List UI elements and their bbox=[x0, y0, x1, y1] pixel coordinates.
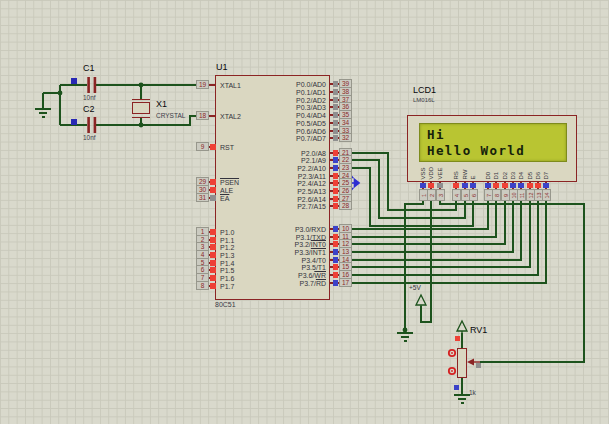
u1-part-label[interactable]: 80C51 bbox=[215, 301, 236, 308]
mcu-pin-39-state-indicator bbox=[333, 81, 339, 87]
u1-ref-label[interactable]: U1 bbox=[216, 62, 228, 72]
lcd-pin-6-state-indicator bbox=[470, 183, 476, 189]
lcd1-part-label[interactable]: LM016L bbox=[413, 97, 435, 103]
mcu-pin-36-state-indicator bbox=[333, 104, 339, 110]
mcu-pin-13-state-indicator bbox=[333, 249, 339, 255]
x1-value-label[interactable]: CRYSTAL bbox=[156, 112, 185, 119]
mcu-pin-7-state-indicator bbox=[210, 275, 216, 281]
lcd-pin-8-state-indicator bbox=[493, 183, 499, 189]
c2-value-label[interactable]: 10nf bbox=[83, 134, 96, 141]
mcu-pin-28-number: 28 bbox=[339, 201, 352, 210]
pot-top-terminal-square bbox=[455, 336, 460, 341]
lcd-display-line-2: Hello World bbox=[427, 143, 525, 158]
mcu-pin-16-state-indicator bbox=[333, 272, 339, 278]
mcu-pin-9-number: 9 bbox=[196, 142, 209, 151]
lcd-pin-label-D7: D7 bbox=[543, 158, 550, 180]
mcu-pin-3-state-indicator bbox=[210, 244, 216, 250]
lcd-pin-2-number: 2 bbox=[427, 189, 436, 201]
pot-wiper-terminal-square bbox=[476, 363, 481, 368]
c1-value-label[interactable]: 10nf bbox=[83, 94, 96, 101]
lcd-pin-4-number: 4 bbox=[452, 189, 461, 201]
mcu-pin-label-RST: RST bbox=[220, 143, 234, 152]
junction-dot-0 bbox=[58, 91, 63, 96]
mcu-pin-12-state-indicator bbox=[333, 241, 339, 247]
lcd-pin-2-state-indicator bbox=[428, 183, 434, 189]
mcu-pin-4-state-indicator bbox=[210, 252, 216, 258]
mcu-pin-29-state-indicator bbox=[210, 179, 216, 185]
mcu-pin-22-state-indicator bbox=[333, 157, 339, 163]
mcu-pin-6-state-indicator bbox=[210, 267, 216, 273]
lcd1-ref-label[interactable]: LCD1 bbox=[413, 85, 436, 95]
mcu-pin-24-state-indicator bbox=[333, 173, 339, 179]
lcd-pin-label-VSS: VSS bbox=[420, 158, 427, 180]
capacitor-c1-plates bbox=[87, 77, 96, 93]
lcd-pin-label-VEE: VEE bbox=[437, 158, 444, 180]
mcu-pin-25-state-indicator bbox=[333, 180, 339, 186]
mcu-pin-label-P17: P1.7 bbox=[220, 282, 234, 291]
lcd-pin-label-D2: D2 bbox=[502, 158, 509, 180]
lcd-pin-label-D0: D0 bbox=[485, 158, 492, 180]
junction-dot-2 bbox=[139, 123, 144, 128]
lcd-pin-12-state-indicator bbox=[527, 183, 533, 189]
lcd1-screen: Hi Hello World bbox=[419, 123, 567, 162]
c1-terminal-square bbox=[71, 78, 77, 84]
crystal-electrodes bbox=[132, 100, 150, 118]
mcu-pin-38-state-indicator bbox=[333, 89, 339, 95]
lcd-pin-1-state-indicator bbox=[420, 183, 426, 189]
c2-ref-label[interactable]: C2 bbox=[83, 104, 95, 114]
lcd-pin-3-number: 3 bbox=[436, 189, 445, 201]
ground-symbol-left[interactable] bbox=[35, 93, 51, 117]
mcu-pin-14-state-indicator bbox=[333, 257, 339, 263]
lcd-pin-label-RW: RW bbox=[462, 158, 469, 180]
mcu-pin-34-state-indicator bbox=[333, 120, 339, 126]
mcu-pin-32-number: 32 bbox=[339, 133, 352, 142]
lcd-pin-11-number: 11 bbox=[517, 189, 526, 201]
mcu-pin-30-state-indicator bbox=[210, 187, 216, 193]
lcd-pin-label-D1: D1 bbox=[493, 158, 500, 180]
lcd-pin-label-RS: RS bbox=[453, 158, 460, 180]
ground-symbol-vss[interactable] bbox=[397, 330, 413, 341]
lcd-pin-label-E: E bbox=[470, 158, 477, 180]
lcd-pin-5-state-indicator bbox=[462, 183, 468, 189]
c2-terminal-square bbox=[71, 119, 77, 125]
mcu-pin-9-state-indicator bbox=[210, 144, 216, 150]
rv1-value-label[interactable]: 1k bbox=[469, 389, 476, 396]
lcd-pin-3-state-indicator bbox=[437, 183, 443, 189]
lcd-pin-9-state-indicator bbox=[502, 183, 508, 189]
wire-18[interactable] bbox=[351, 200, 546, 283]
power-arrow-pot[interactable] bbox=[457, 321, 467, 334]
power-5v-label[interactable]: +5V bbox=[409, 284, 421, 291]
mcu-pin-37-state-indicator bbox=[333, 97, 339, 103]
junction-dot-1 bbox=[139, 83, 144, 88]
lcd-display-line-1: Hi bbox=[427, 127, 445, 142]
lcd-pin-11-state-indicator bbox=[518, 183, 524, 189]
mcu-pin-15-state-indicator bbox=[333, 264, 339, 270]
mcu-pin-11-state-indicator bbox=[333, 234, 339, 240]
lcd-pin-label-D5: D5 bbox=[527, 158, 534, 180]
ground-symbol-pot[interactable] bbox=[454, 395, 470, 403]
mcu-pin-33-state-indicator bbox=[333, 128, 339, 134]
mcu-pin-31-number: 31 bbox=[196, 193, 209, 202]
power-arrow-5v[interactable] bbox=[416, 295, 426, 307]
lcd-pin-8-number: 8 bbox=[492, 189, 501, 201]
lcd-pin-7-state-indicator bbox=[485, 183, 491, 189]
mcu-pin-28-state-indicator bbox=[333, 203, 339, 209]
mcu-pin-8-state-indicator bbox=[210, 283, 216, 289]
mcu-pin-31-state-indicator bbox=[210, 195, 216, 201]
pot-bottom-terminal-square bbox=[454, 385, 459, 390]
lcd-pin-14-number: 14 bbox=[542, 189, 551, 201]
x1-ref-label[interactable]: X1 bbox=[156, 99, 167, 109]
lcd-pin-label-D6: D6 bbox=[535, 158, 542, 180]
lcd-pin-label-VDD: VDD bbox=[428, 158, 435, 180]
schematic-canvas[interactable]: C1 10nf C2 10nf X1 CRYSTAL U1 80C51 LCD1… bbox=[0, 0, 609, 424]
rv1-ref-label[interactable]: RV1 bbox=[470, 325, 487, 335]
c1-ref-label[interactable]: C1 bbox=[83, 63, 95, 73]
mcu-pin-10-state-indicator bbox=[333, 226, 339, 232]
pot-adjust-handles[interactable] bbox=[449, 350, 455, 374]
mcu-pin-1-state-indicator bbox=[210, 229, 216, 235]
mcu-pin-35-state-indicator bbox=[333, 112, 339, 118]
lcd-pin-10-state-indicator bbox=[510, 183, 516, 189]
mcu-pin-5-state-indicator bbox=[210, 260, 216, 266]
capacitor-c2-plates bbox=[87, 117, 96, 133]
mcu-pin-8-number: 8 bbox=[196, 281, 209, 290]
